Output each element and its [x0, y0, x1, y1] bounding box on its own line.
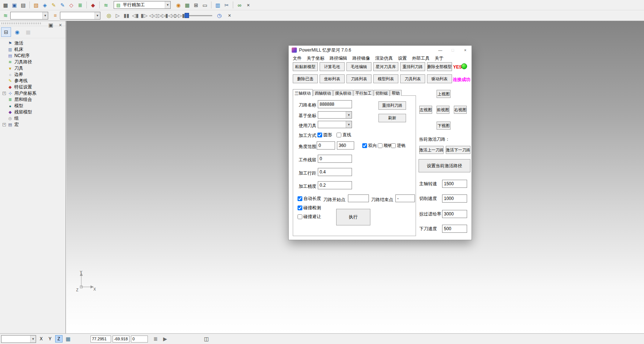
- pause-icon[interactable]: ▮▮: [122, 11, 131, 20]
- view-bottom-button[interactable]: 下视图: [437, 122, 451, 130]
- curve-editor-icon[interactable]: ✎: [58, 1, 67, 9]
- help-button[interactable]: ▦: [23, 27, 33, 37]
- chevron-down-icon[interactable]: ▼: [95, 12, 100, 19]
- list-icon[interactable]: ≣: [152, 335, 160, 343]
- chevron-down-icon[interactable]: ▼: [346, 121, 352, 128]
- rearrange-toolpaths-button[interactable]: 重排列刀路: [400, 62, 425, 71]
- delete-selected-button[interactable]: 删除已选: [293, 74, 318, 83]
- tolerance-input[interactable]: [318, 181, 352, 189]
- search-forward-icon[interactable]: ▷▷: [158, 11, 166, 20]
- cutting-speed-input[interactable]: [442, 194, 467, 203]
- explorer-tree-button[interactable]: ⊟: [1, 27, 11, 37]
- save-icon[interactable]: ▣: [10, 1, 18, 9]
- tab-tilt-head[interactable]: 摆头联动: [333, 90, 353, 96]
- expand-icon[interactable]: +: [3, 92, 6, 95]
- calc-block-button[interactable]: 计算毛坯: [320, 62, 345, 71]
- plunge-speed-input[interactable]: [442, 225, 467, 233]
- set-active-path-button[interactable]: 设置当前激活路径: [419, 159, 470, 172]
- spindle-speed-input[interactable]: [442, 180, 467, 188]
- collision-avoid-checkbox[interactable]: [298, 214, 302, 219]
- menu-settings[interactable]: 设置: [395, 55, 409, 62]
- explorer-item-feature-sets[interactable]: ◆特征设置: [3, 84, 65, 90]
- use-tool-select[interactable]: ▼: [318, 121, 352, 128]
- search-back-icon[interactable]: ◁◁: [149, 11, 157, 20]
- menu-about[interactable]: 关于: [432, 55, 446, 62]
- tool-library-button[interactable]: 星河刀具库: [373, 62, 398, 71]
- tab-parallel[interactable]: 平行加工: [353, 90, 373, 96]
- toolbar-close-icon[interactable]: ×: [244, 1, 252, 9]
- to-end-icon[interactable]: ▷▷▮: [175, 11, 184, 20]
- toolbar2-close-icon[interactable]: ×: [225, 11, 234, 20]
- auto-length-checkbox[interactable]: [298, 196, 302, 201]
- activate-prev-toolpath-button[interactable]: 激活上一刀路: [419, 146, 444, 154]
- minimize-button[interactable]: —: [434, 46, 446, 55]
- binoculars-icon[interactable]: ∞: [235, 1, 243, 9]
- slider-handle[interactable]: [185, 13, 189, 18]
- panel-restore-icon[interactable]: ▣: [47, 21, 55, 29]
- menu-path-mirror[interactable]: 路径镜像: [350, 55, 373, 62]
- rearrange-toolpath-button[interactable]: 重排列刀路: [378, 101, 406, 110]
- start-point-input[interactable]: [348, 194, 369, 202]
- clip-icon[interactable]: ✂: [223, 1, 231, 9]
- bidirectional-checkbox[interactable]: [362, 143, 367, 148]
- chevron-down-icon[interactable]: ▼: [42, 12, 48, 19]
- panel-drag-grip[interactable]: [1, 22, 42, 24]
- measure-icon[interactable]: ▭: [201, 1, 209, 9]
- chevron-down-icon[interactable]: ▼: [165, 1, 170, 8]
- workplane-icon[interactable]: ◈: [41, 1, 49, 9]
- tab-saw[interactable]: 切割锯: [374, 90, 389, 96]
- explorer-item-groups[interactable]: ◎组: [3, 115, 65, 122]
- collision-check-checkbox[interactable]: [298, 206, 302, 210]
- close-button[interactable]: ×: [459, 46, 472, 55]
- explorer-item-machine[interactable]: ▥机床: [3, 46, 65, 53]
- view-left-button[interactable]: 左视图: [419, 106, 432, 114]
- activate-next-toolpath-button[interactable]: 激活下一刀路: [446, 146, 470, 154]
- step-forward-icon[interactable]: ▮▷: [140, 11, 148, 20]
- to-start-icon[interactable]: ▮◁◁: [167, 11, 175, 20]
- axis-z-button[interactable]: Z: [55, 335, 63, 343]
- toolpath-strategy-icon[interactable]: ≋: [102, 1, 110, 9]
- end-point-input[interactable]: [395, 194, 415, 202]
- expand-icon[interactable]: +: [3, 123, 6, 126]
- explorer-item-nc-programs[interactable]: ▤NC程序: [3, 53, 65, 59]
- refresh-button[interactable]: 刷新: [378, 114, 406, 122]
- statusbar-combo[interactable]: ▼: [1, 335, 36, 343]
- block-icon[interactable]: ▧: [32, 1, 40, 9]
- explorer-item-models[interactable]: ●模型: [3, 103, 65, 109]
- explorer-item-toolpaths[interactable]: ≋刀具路径: [3, 59, 65, 65]
- tool-icon[interactable]: ◆: [89, 1, 97, 9]
- line-checkbox[interactable]: [337, 133, 341, 137]
- new-window-icon[interactable]: ▦: [1, 1, 10, 9]
- active-toolpath-icon[interactable]: ≋: [1, 11, 10, 20]
- play-icon[interactable]: ▷: [114, 11, 122, 20]
- axis-y-button[interactable]: Y: [46, 335, 54, 343]
- coord-list-button[interactable]: 坐标列表: [320, 74, 345, 83]
- step-back-icon[interactable]: ◁▮: [131, 11, 139, 20]
- menu-file[interactable]: 文件: [290, 55, 304, 62]
- lightbulb-icon[interactable]: ◎: [105, 11, 113, 20]
- menu-coords[interactable]: 关于坐标: [304, 55, 327, 62]
- view-right-button[interactable]: 右视图: [454, 106, 467, 114]
- cursor-icon[interactable]: ▶: [161, 335, 169, 343]
- angle-start-input[interactable]: [317, 141, 335, 150]
- stock-allowance-input[interactable]: [318, 155, 352, 163]
- stats-icon[interactable]: ▥: [214, 1, 222, 9]
- chevron-down-icon[interactable]: ▼: [346, 112, 352, 118]
- climb-checkbox[interactable]: [378, 143, 383, 148]
- toolpath-list-button[interactable]: 刀路列表: [346, 74, 371, 83]
- pattern-icon[interactable]: ◇: [67, 1, 75, 9]
- axis-x-button[interactable]: X: [38, 335, 45, 343]
- explorer-item-tools[interactable]: ▼刀具: [3, 65, 65, 71]
- tab-four-axis[interactable]: 四轴联动: [313, 90, 333, 96]
- stepover-input[interactable]: [318, 168, 352, 176]
- tool-list-button[interactable]: 刀具列表: [400, 74, 425, 83]
- explorer-item-patterns[interactable]: ✎参考线: [3, 78, 65, 84]
- explorer-item-boundaries[interactable]: ○边界: [3, 71, 65, 78]
- wizard-icon[interactable]: ◉: [174, 1, 182, 9]
- explorer-item-workplanes[interactable]: +⊹用户坐标系: [3, 90, 65, 96]
- split-view-icon[interactable]: ◫: [202, 335, 210, 343]
- menu-external-tools[interactable]: 外部工具: [409, 55, 432, 62]
- dialog-title-bar[interactable]: PowerMILL 忆梦星河 7.0.6 — □ ×: [289, 46, 472, 55]
- angle-end-input[interactable]: [337, 141, 354, 150]
- paste-new-model-button[interactable]: 粘贴新模型: [293, 62, 318, 71]
